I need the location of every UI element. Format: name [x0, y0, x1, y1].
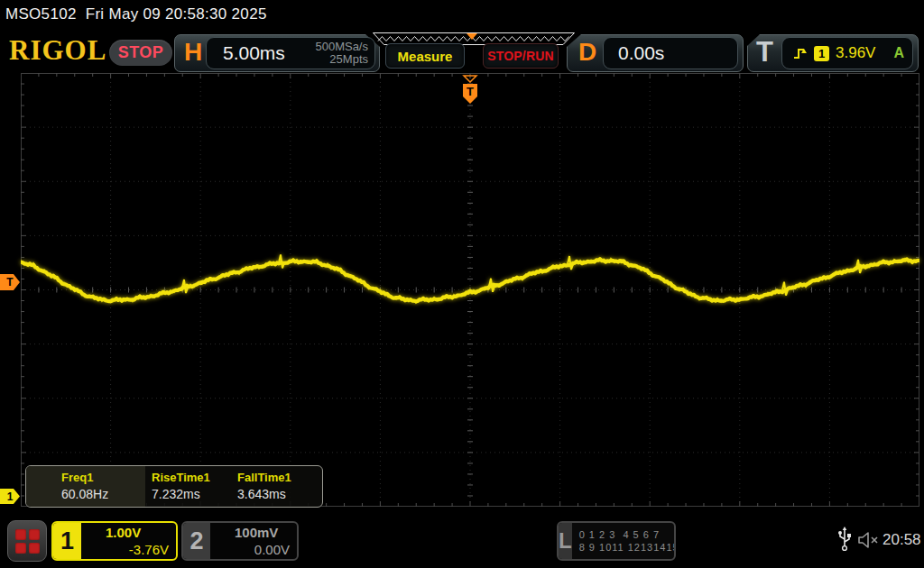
measure-button-label: Measure: [398, 49, 453, 64]
trigger-position-marker[interactable]: T: [452, 73, 488, 109]
logic-tab[interactable]: L: [559, 523, 572, 559]
measurement-item[interactable]: RiseTime1 7.232ms: [145, 466, 231, 507]
acquisition-info: 500MSa/s 25Mpts: [315, 41, 368, 66]
speaker-muted-icon: [857, 530, 881, 550]
channel2-values: 100mV 0.00V: [210, 523, 297, 559]
datetime: Fri May 09 20:58:30 2025: [86, 5, 267, 23]
function-navigator-button[interactable]: [7, 520, 47, 562]
channel1-offset: -3.76V: [88, 541, 169, 558]
logic-channels-box[interactable]: L 0 1 2 3 4 5 6 7 8 9 1011 12131415: [557, 521, 676, 561]
measurement-item[interactable]: Freq1 60.08Hz: [26, 466, 145, 507]
usb-icon: [837, 527, 852, 552]
trigger-level-value: 3.96V: [836, 44, 875, 62]
top-header: MSO5102 Fri May 09 20:58:30 2025: [5, 5, 267, 23]
trigger-mode-indicator: A: [893, 45, 904, 61]
trigger-level-marker[interactable]: T: [0, 274, 20, 290]
measurement-label: RiseTime1: [152, 471, 231, 484]
channel2-tab[interactable]: 2: [183, 523, 210, 559]
measurement-value: 7.232ms: [152, 487, 231, 501]
trigger-position-letter: T: [467, 85, 474, 98]
measurement-label: FallTime1: [237, 471, 322, 484]
trigger-source-badge: 1: [814, 46, 829, 61]
measurement-value: 60.08Hz: [61, 487, 145, 501]
channel1-values: 1.00V -3.76V: [81, 523, 176, 559]
measurement-item[interactable]: FallTime1 3.643ms: [231, 466, 322, 507]
channel1-scale: 1.00V: [106, 524, 141, 541]
channel1-status-box[interactable]: 1 1.00V -3.76V: [51, 521, 178, 561]
oscilloscope-screen: MSO5102 Fri May 09 20:58:30 2025 RIGOL S…: [0, 0, 924, 568]
sample-rate: 500MSa/s: [315, 40, 368, 53]
rising-edge-icon: [793, 46, 808, 60]
logic-row-2: 8 9 1011 12131415: [579, 541, 676, 554]
channel2-offset: 0.00V: [217, 541, 290, 558]
stop-run-button-label: STOP/RUN: [487, 49, 554, 63]
horizontal-label: H: [184, 38, 202, 67]
timebase-value: 5.00ms: [223, 42, 285, 64]
measure-button[interactable]: Measure: [385, 43, 465, 69]
delay-label: D: [578, 38, 596, 67]
status-clock: 20:58: [882, 531, 921, 549]
measurement-label: Freq1: [61, 471, 145, 484]
rigol-logo: RIGOL: [9, 34, 106, 67]
memory-depth: 25Mpts: [329, 52, 368, 66]
trigger-label: T: [756, 36, 773, 69]
ch1-waveform-trace: [21, 73, 919, 507]
channel1-tab[interactable]: 1: [53, 523, 81, 559]
trigger-position-outline-icon: [464, 76, 476, 82]
ch1-ground-marker[interactable]: 1: [0, 489, 20, 504]
logic-channel-numbers: 0 1 2 3 4 5 6 7 8 9 1011 12131415: [572, 523, 676, 559]
delay-offset-value: 0.00s: [618, 42, 664, 64]
delay-offset-pill[interactable]: 0.00s: [603, 37, 738, 69]
waveform-display-area[interactable]: T: [21, 73, 919, 507]
channel2-scale: 100mV: [235, 524, 278, 541]
model-name: MSO5102: [5, 5, 77, 23]
acquisition-status-badge: STOP: [109, 40, 172, 66]
horizontal-scale-pill[interactable]: 5.00ms 500MSa/s 25Mpts: [206, 37, 375, 69]
channel2-status-box[interactable]: 2 100mV 0.00V: [181, 521, 299, 561]
red-grid-icon: [15, 529, 40, 554]
measurement-results-panel[interactable]: Freq1 60.08Hz RiseTime1 7.232ms FallTime…: [25, 465, 323, 508]
measurement-value: 3.643ms: [237, 487, 322, 501]
stop-run-button[interactable]: STOP/RUN: [483, 43, 559, 69]
trigger-info-pill[interactable]: 1 3.96V A: [781, 37, 913, 69]
logic-row-1: 0 1 2 3 4 5 6 7: [579, 528, 676, 541]
